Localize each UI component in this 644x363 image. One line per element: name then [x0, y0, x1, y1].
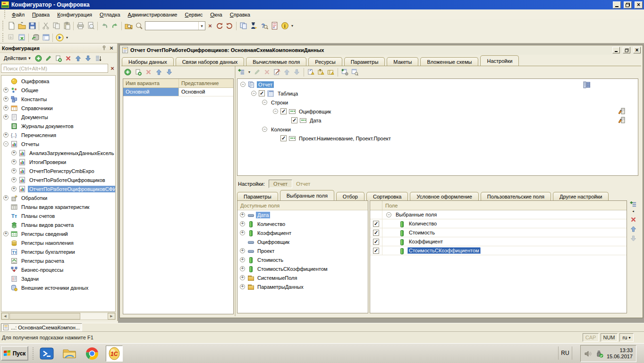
settings-edit-icon[interactable] [253, 68, 262, 77]
tree-item-report-rabota[interactable]: ОтчетПоРаботеОцифровщиков [1, 175, 115, 184]
structure-report-row[interactable]: Отчет [237, 80, 638, 89]
replace-backward-icon[interactable] [224, 21, 235, 31]
print-icon[interactable] [75, 21, 85, 31]
move-up-icon[interactable] [74, 54, 83, 63]
search-dropdown-icon[interactable] [198, 22, 205, 30]
move-down-icon[interactable] [84, 54, 93, 63]
tab-data-sets[interactable]: Наборы данных [122, 57, 174, 66]
settings-down-icon[interactable] [292, 68, 301, 77]
tree-item-accumulation-registers[interactable]: Регистры накопления [1, 238, 115, 247]
expander-icon[interactable] [11, 168, 17, 173]
field-down-icon[interactable] [629, 234, 637, 242]
pin-icon[interactable] [100, 44, 108, 52]
tree-item-report-rabota-sfi[interactable]: ОтчетПоРаботеОцифровщиковСФИ [1, 184, 115, 193]
column-variant-name[interactable]: Имя варианта [123, 79, 179, 87]
tree-item-common[interactable]: Общие [1, 86, 115, 95]
tree-item-reports[interactable]: Отчеты [1, 139, 115, 148]
tree-item-report-cmbexpo[interactable]: ОтчетПоРегиструCmbExpo [1, 166, 115, 175]
tab-templates[interactable]: Макеты [387, 57, 418, 66]
add-icon[interactable] [34, 54, 43, 63]
quick-launch-separator[interactable] [32, 347, 34, 360]
tab-user-fields[interactable]: Пользовательские поля [481, 192, 551, 200]
tree-item-report-itogi[interactable]: ИтогиПроверки [1, 157, 115, 166]
find-in-files-icon[interactable] [123, 21, 134, 31]
global-search-input[interactable] [145, 22, 198, 29]
expander-icon[interactable] [240, 230, 245, 235]
expander-icon[interactable] [240, 284, 245, 289]
copy-add-icon[interactable] [54, 54, 63, 63]
tab-parameters-settings[interactable]: Параметры [237, 192, 278, 200]
copy-special-icon[interactable] [238, 21, 248, 31]
tray-clock[interactable]: 13:33 15.06.2017 [607, 347, 633, 360]
menu-edit[interactable]: Правка [28, 10, 53, 19]
sort-order-icon[interactable] [93, 54, 102, 63]
new-document-icon[interactable] [6, 21, 17, 31]
selected-field-cost-with-coefficient[interactable]: СтоимостьСКоэффициентом [370, 246, 627, 255]
field-checkbox[interactable] [373, 230, 379, 236]
available-field-system-fields[interactable]: СистемныеПоля [237, 273, 368, 282]
settings-add-icon[interactable] [237, 68, 246, 77]
scroll-thumb[interactable] [9, 313, 80, 320]
digitizer-checkbox[interactable] [280, 108, 287, 114]
check-element-icon[interactable] [306, 68, 315, 77]
toolbar2-grip[interactable] [2, 33, 4, 42]
expander-icon[interactable] [11, 159, 17, 164]
available-field-date[interactable]: Дата [237, 210, 368, 219]
tab-conditional-appearance[interactable]: Условное оформление [410, 192, 478, 200]
tab-resources[interactable]: Ресурсы [308, 57, 342, 66]
variant-down-icon[interactable] [165, 68, 174, 77]
menu-help[interactable]: Справка [226, 10, 254, 19]
expander-icon[interactable] [262, 100, 267, 105]
available-field-digitizer[interactable]: Оцифровщик [237, 237, 368, 246]
expander-icon[interactable] [240, 275, 245, 280]
menu-configuration[interactable]: Конфигурация [53, 10, 96, 19]
field-checkbox[interactable] [373, 221, 379, 227]
scroll-left-icon[interactable] [1, 313, 9, 320]
tab-sorting[interactable]: Сортировка [366, 192, 408, 200]
tab-calculated-fields[interactable]: Вычисляемые поля [246, 57, 306, 66]
field-column-header[interactable]: Поле [382, 201, 400, 210]
field-up-icon[interactable] [629, 225, 637, 233]
help-search-icon[interactable]: ? [259, 21, 269, 31]
db-configuration-icon[interactable] [17, 33, 27, 43]
expander-icon[interactable] [273, 109, 278, 114]
available-field-data-parameters[interactable]: ПараметрыДанных [237, 282, 368, 291]
menu-administration[interactable]: Администрирование [124, 10, 181, 19]
structure-project-row[interactable]: Проект.Наименование, Проект.Проект [237, 134, 638, 143]
structure-settings-icon[interactable] [583, 81, 591, 89]
menu-windows[interactable]: Окна [206, 10, 226, 19]
expander-icon[interactable] [240, 266, 245, 271]
sidebar-search-input[interactable] [1, 64, 108, 72]
variant-presentation-cell[interactable]: Основной [179, 88, 233, 96]
close-button[interactable] [635, 1, 643, 9]
menu-debug[interactable]: Отладка [96, 10, 124, 19]
selected-field-coefficient[interactable]: Коэффициент [370, 237, 627, 246]
new-grouping-field-icon[interactable] [340, 68, 349, 77]
structure-columns-row[interactable]: Колонки [237, 125, 638, 134]
expander-icon[interactable] [240, 248, 245, 253]
tab-parameters[interactable]: Параметры [344, 57, 385, 66]
tree-item-dataprocessors[interactable]: Обработки [1, 193, 115, 202]
field-checkbox[interactable] [373, 248, 379, 254]
redo-icon[interactable] [110, 21, 120, 31]
settings-up-icon[interactable] [282, 68, 291, 77]
sidebar-horizontal-scrollbar[interactable] [1, 312, 116, 320]
tab-selected-fields[interactable]: Выбранные поля [280, 190, 334, 200]
field-checkbox[interactable] [373, 239, 379, 245]
wizard-icon[interactable] [248, 21, 259, 31]
grouping-field-search-icon[interactable] [350, 68, 359, 77]
tree-item-document-journals[interactable]: Журналы документов [1, 121, 115, 130]
add-field-dropdown-icon[interactable] [632, 210, 634, 214]
expander-icon[interactable] [3, 114, 8, 120]
settings-delete-icon[interactable] [263, 68, 271, 77]
expander-icon[interactable] [11, 150, 17, 156]
selected-field-cost[interactable]: Стоимость [370, 228, 627, 237]
structure-table-row[interactable]: Таблица [237, 89, 638, 98]
doc-close-button[interactable] [633, 47, 641, 53]
vertical-splitter[interactable] [235, 66, 236, 316]
date-checkbox[interactable] [291, 117, 297, 123]
tree-item-information-registers[interactable]: Регистры сведений [1, 229, 115, 238]
expander-icon[interactable] [3, 105, 8, 111]
tree-item-tasks[interactable]: Задачи [1, 274, 115, 283]
tree-item-chart-of-characteristics[interactable]: Планы видов характеристик [1, 202, 115, 211]
